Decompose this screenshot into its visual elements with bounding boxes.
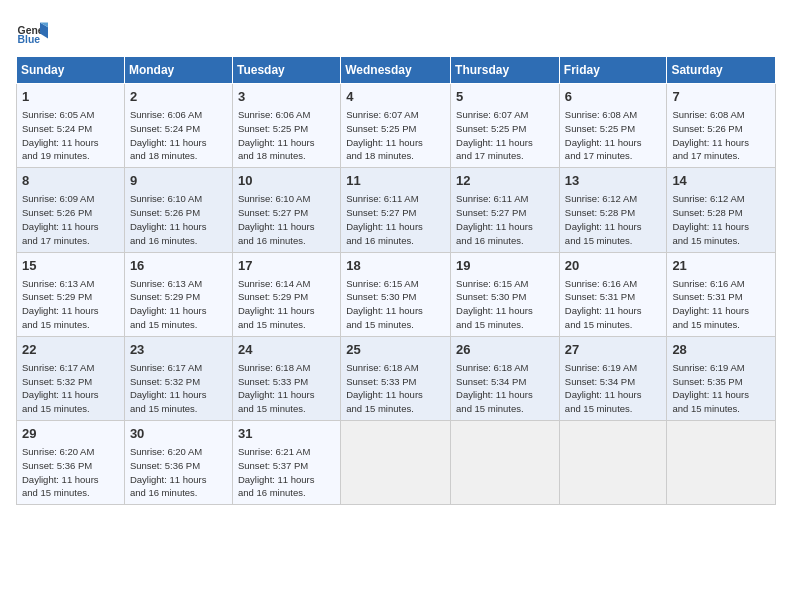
day-number: 7 bbox=[672, 88, 770, 106]
calendar-day-cell: 6Sunrise: 6:08 AM Sunset: 5:25 PM Daylig… bbox=[559, 84, 667, 168]
calendar-day-cell: 8Sunrise: 6:09 AM Sunset: 5:26 PM Daylig… bbox=[17, 168, 125, 252]
day-number: 16 bbox=[130, 257, 227, 275]
day-info: Sunrise: 6:11 AM Sunset: 5:27 PM Dayligh… bbox=[456, 192, 554, 247]
calendar-day-cell: 28Sunrise: 6:19 AM Sunset: 5:35 PM Dayli… bbox=[667, 336, 776, 420]
calendar-day-cell: 22Sunrise: 6:17 AM Sunset: 5:32 PM Dayli… bbox=[17, 336, 125, 420]
day-info: Sunrise: 6:20 AM Sunset: 5:36 PM Dayligh… bbox=[130, 445, 227, 500]
day-info: Sunrise: 6:15 AM Sunset: 5:30 PM Dayligh… bbox=[346, 277, 445, 332]
calendar-day-cell: 4Sunrise: 6:07 AM Sunset: 5:25 PM Daylig… bbox=[341, 84, 451, 168]
calendar-week-row: 22Sunrise: 6:17 AM Sunset: 5:32 PM Dayli… bbox=[17, 336, 776, 420]
day-info: Sunrise: 6:17 AM Sunset: 5:32 PM Dayligh… bbox=[22, 361, 119, 416]
calendar-day-cell: 14Sunrise: 6:12 AM Sunset: 5:28 PM Dayli… bbox=[667, 168, 776, 252]
calendar-day-cell: 13Sunrise: 6:12 AM Sunset: 5:28 PM Dayli… bbox=[559, 168, 667, 252]
day-info: Sunrise: 6:17 AM Sunset: 5:32 PM Dayligh… bbox=[130, 361, 227, 416]
day-info: Sunrise: 6:08 AM Sunset: 5:25 PM Dayligh… bbox=[565, 108, 662, 163]
day-number: 2 bbox=[130, 88, 227, 106]
calendar-body: 1Sunrise: 6:05 AM Sunset: 5:24 PM Daylig… bbox=[17, 84, 776, 505]
day-number: 31 bbox=[238, 425, 335, 443]
day-info: Sunrise: 6:10 AM Sunset: 5:27 PM Dayligh… bbox=[238, 192, 335, 247]
day-number: 8 bbox=[22, 172, 119, 190]
calendar-day-cell: 12Sunrise: 6:11 AM Sunset: 5:27 PM Dayli… bbox=[451, 168, 560, 252]
calendar-day-cell: 20Sunrise: 6:16 AM Sunset: 5:31 PM Dayli… bbox=[559, 252, 667, 336]
day-number: 26 bbox=[456, 341, 554, 359]
day-info: Sunrise: 6:21 AM Sunset: 5:37 PM Dayligh… bbox=[238, 445, 335, 500]
calendar-day-cell: 7Sunrise: 6:08 AM Sunset: 5:26 PM Daylig… bbox=[667, 84, 776, 168]
calendar-header-row: SundayMondayTuesdayWednesdayThursdayFrid… bbox=[17, 57, 776, 84]
day-info: Sunrise: 6:05 AM Sunset: 5:24 PM Dayligh… bbox=[22, 108, 119, 163]
calendar-day-cell bbox=[341, 421, 451, 505]
day-number: 13 bbox=[565, 172, 662, 190]
calendar-day-cell bbox=[559, 421, 667, 505]
calendar-day-cell: 1Sunrise: 6:05 AM Sunset: 5:24 PM Daylig… bbox=[17, 84, 125, 168]
day-info: Sunrise: 6:16 AM Sunset: 5:31 PM Dayligh… bbox=[672, 277, 770, 332]
day-number: 27 bbox=[565, 341, 662, 359]
day-number: 28 bbox=[672, 341, 770, 359]
day-number: 11 bbox=[346, 172, 445, 190]
calendar-day-cell: 24Sunrise: 6:18 AM Sunset: 5:33 PM Dayli… bbox=[232, 336, 340, 420]
day-number: 24 bbox=[238, 341, 335, 359]
svg-text:Blue: Blue bbox=[18, 34, 41, 45]
day-number: 1 bbox=[22, 88, 119, 106]
day-info: Sunrise: 6:18 AM Sunset: 5:33 PM Dayligh… bbox=[346, 361, 445, 416]
calendar-week-row: 1Sunrise: 6:05 AM Sunset: 5:24 PM Daylig… bbox=[17, 84, 776, 168]
calendar-day-cell: 27Sunrise: 6:19 AM Sunset: 5:34 PM Dayli… bbox=[559, 336, 667, 420]
calendar-day-header: Saturday bbox=[667, 57, 776, 84]
day-number: 5 bbox=[456, 88, 554, 106]
day-info: Sunrise: 6:18 AM Sunset: 5:34 PM Dayligh… bbox=[456, 361, 554, 416]
day-number: 6 bbox=[565, 88, 662, 106]
day-number: 10 bbox=[238, 172, 335, 190]
calendar-day-cell: 17Sunrise: 6:14 AM Sunset: 5:29 PM Dayli… bbox=[232, 252, 340, 336]
calendar-day-cell: 19Sunrise: 6:15 AM Sunset: 5:30 PM Dayli… bbox=[451, 252, 560, 336]
calendar-day-cell: 15Sunrise: 6:13 AM Sunset: 5:29 PM Dayli… bbox=[17, 252, 125, 336]
calendar-week-row: 8Sunrise: 6:09 AM Sunset: 5:26 PM Daylig… bbox=[17, 168, 776, 252]
day-number: 3 bbox=[238, 88, 335, 106]
calendar-week-row: 29Sunrise: 6:20 AM Sunset: 5:36 PM Dayli… bbox=[17, 421, 776, 505]
day-info: Sunrise: 6:07 AM Sunset: 5:25 PM Dayligh… bbox=[456, 108, 554, 163]
day-info: Sunrise: 6:06 AM Sunset: 5:24 PM Dayligh… bbox=[130, 108, 227, 163]
day-number: 4 bbox=[346, 88, 445, 106]
day-info: Sunrise: 6:18 AM Sunset: 5:33 PM Dayligh… bbox=[238, 361, 335, 416]
calendar-day-header: Thursday bbox=[451, 57, 560, 84]
page-header: General Blue bbox=[16, 16, 776, 48]
day-info: Sunrise: 6:10 AM Sunset: 5:26 PM Dayligh… bbox=[130, 192, 227, 247]
calendar-day-header: Sunday bbox=[17, 57, 125, 84]
calendar-day-cell: 10Sunrise: 6:10 AM Sunset: 5:27 PM Dayli… bbox=[232, 168, 340, 252]
calendar-table: SundayMondayTuesdayWednesdayThursdayFrid… bbox=[16, 56, 776, 505]
day-number: 14 bbox=[672, 172, 770, 190]
day-info: Sunrise: 6:20 AM Sunset: 5:36 PM Dayligh… bbox=[22, 445, 119, 500]
day-info: Sunrise: 6:19 AM Sunset: 5:35 PM Dayligh… bbox=[672, 361, 770, 416]
calendar-day-cell bbox=[451, 421, 560, 505]
logo-icon: General Blue bbox=[16, 16, 48, 48]
day-info: Sunrise: 6:15 AM Sunset: 5:30 PM Dayligh… bbox=[456, 277, 554, 332]
day-number: 12 bbox=[456, 172, 554, 190]
day-number: 29 bbox=[22, 425, 119, 443]
calendar-day-cell: 11Sunrise: 6:11 AM Sunset: 5:27 PM Dayli… bbox=[341, 168, 451, 252]
calendar-day-cell: 16Sunrise: 6:13 AM Sunset: 5:29 PM Dayli… bbox=[124, 252, 232, 336]
day-info: Sunrise: 6:13 AM Sunset: 5:29 PM Dayligh… bbox=[22, 277, 119, 332]
day-number: 30 bbox=[130, 425, 227, 443]
calendar-day-cell: 31Sunrise: 6:21 AM Sunset: 5:37 PM Dayli… bbox=[232, 421, 340, 505]
day-info: Sunrise: 6:13 AM Sunset: 5:29 PM Dayligh… bbox=[130, 277, 227, 332]
logo: General Blue bbox=[16, 16, 52, 48]
day-info: Sunrise: 6:12 AM Sunset: 5:28 PM Dayligh… bbox=[565, 192, 662, 247]
calendar-day-header: Monday bbox=[124, 57, 232, 84]
calendar-day-cell: 29Sunrise: 6:20 AM Sunset: 5:36 PM Dayli… bbox=[17, 421, 125, 505]
day-number: 15 bbox=[22, 257, 119, 275]
day-number: 20 bbox=[565, 257, 662, 275]
calendar-day-cell: 25Sunrise: 6:18 AM Sunset: 5:33 PM Dayli… bbox=[341, 336, 451, 420]
day-number: 21 bbox=[672, 257, 770, 275]
day-info: Sunrise: 6:16 AM Sunset: 5:31 PM Dayligh… bbox=[565, 277, 662, 332]
day-number: 9 bbox=[130, 172, 227, 190]
day-number: 17 bbox=[238, 257, 335, 275]
calendar-day-cell: 3Sunrise: 6:06 AM Sunset: 5:25 PM Daylig… bbox=[232, 84, 340, 168]
day-info: Sunrise: 6:19 AM Sunset: 5:34 PM Dayligh… bbox=[565, 361, 662, 416]
calendar-day-cell: 21Sunrise: 6:16 AM Sunset: 5:31 PM Dayli… bbox=[667, 252, 776, 336]
day-info: Sunrise: 6:06 AM Sunset: 5:25 PM Dayligh… bbox=[238, 108, 335, 163]
calendar-day-cell bbox=[667, 421, 776, 505]
day-number: 18 bbox=[346, 257, 445, 275]
day-info: Sunrise: 6:12 AM Sunset: 5:28 PM Dayligh… bbox=[672, 192, 770, 247]
day-number: 23 bbox=[130, 341, 227, 359]
calendar-day-header: Tuesday bbox=[232, 57, 340, 84]
calendar-day-cell: 23Sunrise: 6:17 AM Sunset: 5:32 PM Dayli… bbox=[124, 336, 232, 420]
calendar-header: SundayMondayTuesdayWednesdayThursdayFrid… bbox=[17, 57, 776, 84]
